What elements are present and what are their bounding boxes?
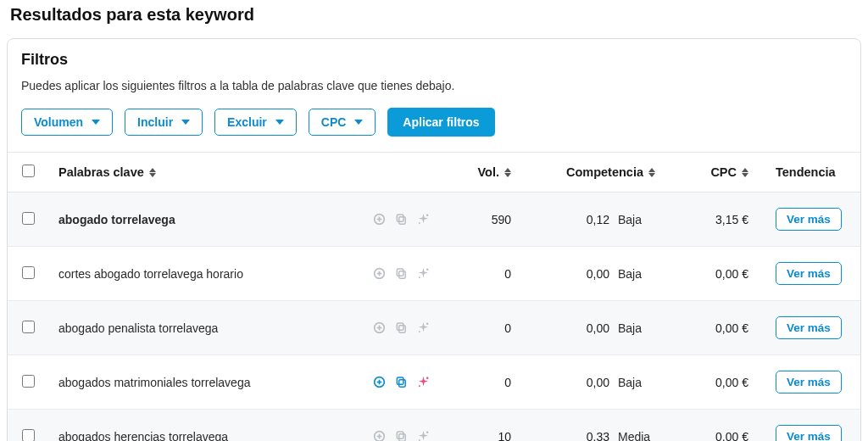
volume-cell: 590	[440, 193, 521, 247]
table-row: abogado penalista torrelavega00,00Baja0,…	[8, 301, 860, 355]
svg-rect-32	[397, 432, 403, 438]
keyword-text: abogados herencias torrelavega	[58, 430, 228, 442]
cpc-cell: 3,15 €	[665, 193, 759, 247]
add-icon[interactable]	[372, 321, 386, 335]
svg-rect-24	[398, 380, 405, 387]
table-header-row: Palabras clave Vol. Competencia	[8, 153, 860, 193]
header-cpc-label: CPC	[710, 165, 737, 179]
header-volume-label: Vol.	[477, 165, 499, 179]
results-panel: Filtros Puedes aplicar los siguientes fi…	[7, 38, 861, 441]
row-checkbox[interactable]	[22, 266, 35, 279]
ver-mas-button[interactable]: Ver más	[776, 371, 842, 394]
volume-cell: 0	[440, 355, 521, 410]
add-icon[interactable]	[372, 430, 386, 442]
header-select-all	[8, 153, 48, 193]
filter-cpc-label: CPC	[321, 115, 347, 129]
svg-rect-31	[398, 434, 405, 441]
svg-point-33	[426, 432, 427, 433]
filter-excluir-label: Excluir	[227, 115, 267, 129]
svg-point-26	[426, 377, 427, 379]
competition-label: Media	[618, 430, 655, 442]
add-icon[interactable]	[372, 267, 386, 281]
header-keyword[interactable]: Palabras clave	[48, 153, 440, 193]
header-competition-label: Competencia	[566, 165, 643, 179]
header-volume[interactable]: Vol.	[440, 153, 521, 193]
header-trend: Tendencia	[759, 153, 860, 193]
filter-cpc[interactable]: CPC	[309, 109, 376, 136]
copy-icon[interactable]	[394, 430, 408, 442]
competition-label: Baja	[618, 321, 655, 335]
chevron-down-icon	[354, 120, 363, 125]
svg-point-13	[418, 276, 420, 278]
filters-title: Filtros	[21, 51, 847, 69]
copy-icon[interactable]	[394, 321, 408, 335]
row-checkbox[interactable]	[22, 375, 35, 388]
ver-mas-button[interactable]: Ver más	[776, 208, 842, 231]
svg-point-19	[426, 323, 427, 325]
cpc-cell: 0,00 €	[665, 247, 759, 301]
sort-icon	[742, 168, 748, 177]
copy-icon[interactable]	[394, 213, 408, 226]
sparkle-icon[interactable]	[416, 267, 430, 281]
sparkle-icon[interactable]	[416, 213, 430, 226]
competition-value: 0,12	[581, 213, 609, 226]
keyword-text: abogados matrimoniales torrelavega	[58, 376, 250, 389]
keyword-text: abogado penalista torrelavega	[58, 321, 218, 335]
filter-incluir[interactable]: Incluir	[125, 109, 203, 136]
table-row: cortes abogado torrelavega horario00,00B…	[8, 247, 860, 301]
row-checkbox[interactable]	[22, 429, 35, 442]
svg-point-5	[426, 215, 427, 216]
filter-incluir-label: Incluir	[137, 115, 173, 129]
header-cpc[interactable]: CPC	[665, 153, 759, 193]
select-all-checkbox[interactable]	[22, 165, 35, 177]
svg-rect-11	[397, 269, 403, 276]
svg-rect-4	[397, 215, 403, 221]
ver-mas-button[interactable]: Ver más	[776, 262, 842, 285]
volume-cell: 0	[440, 301, 521, 355]
page-title: Resultados para esta keyword	[10, 5, 861, 25]
add-icon[interactable]	[372, 213, 386, 226]
table-row: abogado torrelavega5900,12Baja3,15 €Ver …	[8, 193, 860, 247]
keyword-text: abogado torrelavega	[58, 213, 175, 226]
row-checkbox[interactable]	[22, 321, 35, 333]
header-keyword-label: Palabras clave	[58, 165, 144, 179]
chevron-down-icon	[92, 120, 100, 125]
row-actions	[372, 321, 430, 335]
ver-mas-button[interactable]: Ver más	[776, 425, 842, 441]
ver-mas-button[interactable]: Ver más	[776, 316, 842, 339]
sort-icon	[504, 168, 511, 177]
sort-icon	[648, 168, 655, 177]
header-competition[interactable]: Competencia	[521, 153, 665, 193]
row-actions	[372, 267, 430, 281]
svg-rect-18	[397, 323, 403, 330]
copy-icon[interactable]	[394, 376, 408, 389]
chevron-down-icon	[275, 120, 284, 125]
row-checkbox[interactable]	[22, 212, 35, 225]
sparkle-icon[interactable]	[416, 321, 430, 335]
competition-value: 0,00	[581, 267, 609, 281]
chevron-down-icon	[181, 120, 190, 125]
svg-point-12	[426, 269, 427, 271]
table-row: abogados herencias torrelavega100,33Medi…	[8, 410, 860, 442]
header-trend-label: Tendencia	[776, 165, 836, 179]
filter-volumen[interactable]: Volumen	[21, 109, 113, 136]
apply-filters-button[interactable]: Aplicar filtros	[387, 108, 494, 137]
sparkle-icon[interactable]	[416, 430, 430, 442]
add-icon[interactable]	[372, 376, 386, 389]
row-actions	[372, 430, 430, 442]
copy-icon[interactable]	[394, 267, 408, 281]
svg-rect-25	[397, 377, 403, 384]
filters-description: Puedes aplicar los siguientes filtros a …	[21, 79, 847, 92]
svg-rect-3	[398, 217, 405, 224]
keyword-text: cortes abogado torrelavega horario	[58, 267, 243, 281]
svg-rect-10	[398, 271, 405, 278]
svg-point-20	[418, 331, 420, 332]
row-actions	[372, 213, 430, 226]
sparkle-icon[interactable]	[416, 376, 430, 389]
competition-label: Baja	[618, 267, 655, 281]
filter-excluir[interactable]: Excluir	[214, 109, 297, 136]
table-body: abogado torrelavega5900,12Baja3,15 €Ver …	[8, 193, 860, 442]
filters-section: Filtros Puedes aplicar los siguientes fi…	[8, 39, 860, 152]
volume-cell: 10	[440, 410, 521, 442]
filter-row: Volumen Incluir Excluir CPC Aplicar filt…	[21, 108, 847, 137]
